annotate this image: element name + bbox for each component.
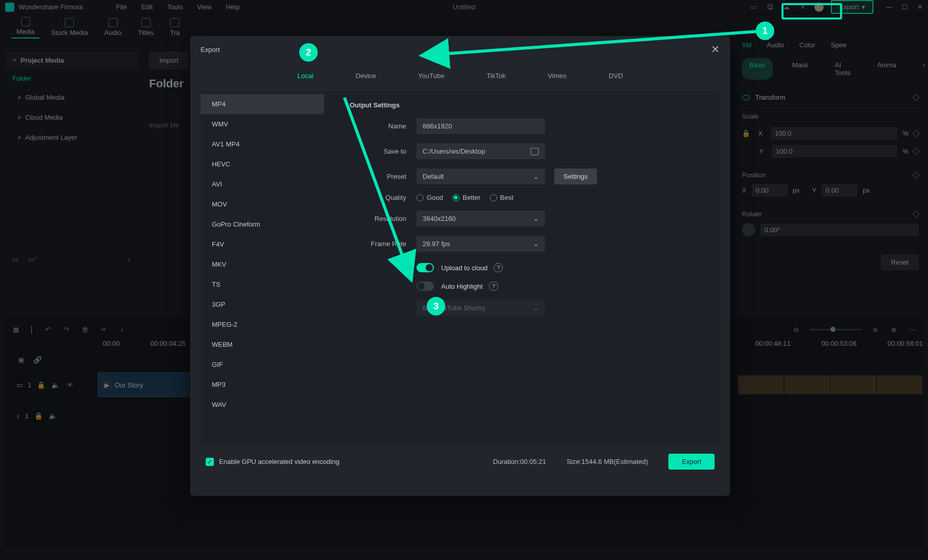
quality-better[interactable]: Better [452, 194, 481, 201]
duration-value: 00:05:21 [520, 458, 547, 465]
auto-highlight-toggle[interactable] [416, 282, 434, 291]
format-mpeg2[interactable]: MPEG-2 [201, 314, 324, 334]
name-label: Name [350, 122, 416, 130]
export-tab-youtube[interactable]: YouTube [410, 68, 452, 84]
radio-icon [452, 194, 460, 201]
quality-good-label: Good [427, 194, 443, 201]
annotation-badge-2: 2 [299, 43, 318, 62]
format-gif[interactable]: GIF [201, 354, 324, 375]
duration-label: Duration: [493, 458, 520, 465]
preset-select[interactable]: Default⌄ [416, 169, 545, 184]
name-input[interactable] [416, 118, 545, 134]
export-tab-device[interactable]: Device [348, 68, 385, 84]
export-tab-local[interactable]: Local [289, 68, 321, 84]
saveto-value: C:/Users/ws/Desktop [423, 147, 485, 155]
format-mov[interactable]: MOV [201, 194, 324, 214]
chevron-down-icon: ⌄ [533, 240, 539, 248]
upload-cloud-toggle[interactable] [416, 263, 434, 272]
fps-value: 29.97 fps [423, 240, 450, 248]
format-mkv[interactable]: MKV [201, 254, 324, 274]
preset-label: Preset [350, 173, 416, 180]
fps-label: Frame Rate [350, 240, 416, 248]
size-value: 1544.6 MB(Estimated) [581, 458, 648, 465]
modal-title: Export [201, 46, 220, 53]
saveto-label: Save to [350, 147, 416, 155]
annotation-badge-3: 3 [427, 297, 445, 315]
resolution-label: Resolution [350, 215, 416, 222]
gpu-label: Enable GPU accelerated video encoding [219, 458, 339, 465]
format-hevc[interactable]: HEVC [201, 154, 324, 174]
format-wmv[interactable]: WMV [201, 114, 324, 134]
export-modal: Export ✕ Local Device YouTube TikTok Vim… [190, 36, 730, 496]
export-tab-vimeo[interactable]: Vimeo [539, 68, 575, 84]
help-icon[interactable]: ? [494, 263, 503, 272]
format-mp4[interactable]: MP4 [201, 94, 324, 114]
chevron-down-icon: ⌄ [533, 215, 539, 222]
format-3gp[interactable]: 3GP [201, 294, 324, 314]
gpu-checkbox[interactable]: ✓ [206, 458, 214, 466]
quality-good[interactable]: Good [416, 194, 443, 201]
folder-icon[interactable] [531, 148, 539, 155]
format-ts[interactable]: TS [201, 274, 324, 294]
output-settings-heading: Output Settings [350, 101, 704, 109]
settings-button[interactable]: Settings [554, 169, 597, 184]
format-f4v[interactable]: F4V [201, 234, 324, 254]
radio-icon [490, 194, 497, 201]
quality-best[interactable]: Best [490, 194, 514, 201]
format-wav[interactable]: WAV [201, 395, 324, 415]
close-modal-icon[interactable]: ✕ [711, 43, 720, 55]
format-webm[interactable]: WEBM [201, 334, 324, 354]
chevron-down-icon: ⌄ [533, 304, 539, 312]
export-tab-tiktok[interactable]: TikTok [478, 68, 514, 84]
output-settings: Output Settings Name Save to C:/Users/ws… [324, 91, 720, 445]
quality-best-label: Best [500, 194, 514, 201]
chevron-down-icon: ⌄ [533, 173, 539, 180]
help-icon[interactable]: ? [489, 282, 498, 291]
quality-better-label: Better [463, 194, 481, 201]
format-list: MP4 WMV AV1 MP4 HEVC AVI MOV GoPro Cinef… [201, 91, 324, 445]
fps-select[interactable]: 29.97 fps⌄ [416, 236, 545, 252]
export-tab-dvd[interactable]: DVD [601, 68, 631, 84]
format-av1mp4[interactable]: AV1 MP4 [201, 134, 324, 154]
export-confirm-button[interactable]: Export [668, 454, 715, 470]
resolution-select[interactable]: 3840x2160⌄ [416, 211, 545, 227]
auto-highlight-label: Auto Highlight [441, 283, 483, 290]
format-mp3[interactable]: MP3 [201, 375, 324, 395]
annotation-badge-1: 1 [756, 22, 774, 40]
saveto-input[interactable]: C:/Users/ws/Desktop [416, 143, 545, 159]
modal-footer: ✓ Enable GPU accelerated video encoding … [190, 445, 730, 478]
format-gopro[interactable]: GoPro Cineform [201, 214, 324, 234]
upload-cloud-label: Upload to cloud [441, 264, 487, 272]
resolution-value: 3840x2160 [423, 215, 456, 222]
quality-label: Quality [350, 194, 416, 201]
export-tabs: Local Device YouTube TikTok Vimeo DVD [190, 63, 730, 91]
size-label: Size: [567, 458, 581, 465]
preset-value: Default [423, 173, 444, 180]
radio-icon [416, 194, 424, 201]
format-avi[interactable]: AVI [201, 174, 324, 194]
